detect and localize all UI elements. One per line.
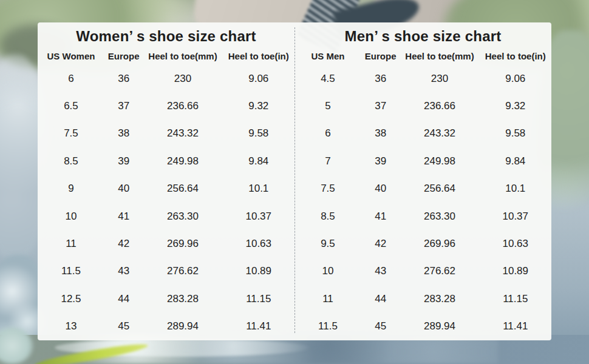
table-cell: 283.28 — [400, 285, 479, 312]
table-cell: 263.30 — [143, 203, 222, 230]
column-header: US Women — [38, 47, 104, 65]
womens-chart-title: Women’ s shoe size chart — [38, 26, 294, 47]
table-cell: 13 — [38, 313, 104, 340]
table-row: 940256.6410.1 — [38, 175, 294, 203]
table-cell: 39 — [104, 147, 143, 175]
table-cell: 7.5 — [38, 120, 104, 147]
table-cell: 9.06 — [223, 65, 294, 92]
table-cell: 10 — [294, 258, 361, 285]
mens-chart-section: Men’ s shoe size chart US MenEuropeHeel … — [294, 22, 551, 340]
table-cell: 9.84 — [480, 147, 551, 175]
shoe-size-chart-image: Women’ s shoe size chart US WomenEuropeH… — [0, 0, 589, 364]
table-cell: 263.30 — [400, 203, 479, 230]
womens-header-row: US WomenEuropeHeel to toe(mm)Heel to toe… — [38, 47, 294, 65]
table-cell: 236.66 — [143, 92, 222, 120]
table-cell: 10.63 — [480, 230, 551, 257]
table-cell: 10.37 — [223, 203, 294, 230]
table-cell: 9.06 — [480, 65, 551, 92]
table-cell: 249.98 — [143, 147, 222, 175]
table-cell: 11.15 — [223, 285, 294, 312]
table-cell: 40 — [104, 175, 143, 203]
dashed-table-divider — [294, 27, 295, 333]
table-cell: 41 — [361, 203, 400, 230]
column-header: Europe — [104, 47, 143, 65]
table-cell: 10 — [38, 203, 104, 230]
column-header: Heel to toe(mm) — [143, 47, 222, 65]
table-cell: 10.37 — [480, 203, 551, 230]
table-cell: 4.5 — [294, 65, 361, 92]
table-cell: 11.5 — [38, 258, 104, 285]
table-cell: 45 — [104, 313, 143, 340]
table-cell: 7 — [294, 147, 361, 175]
table-cell: 10.89 — [480, 258, 551, 285]
water-foam — [55, 339, 310, 357]
table-cell: 11 — [294, 285, 361, 312]
table-cell: 37 — [361, 92, 400, 120]
mens-table-body: 4.5362309.06537236.669.32638243.329.5873… — [294, 65, 551, 340]
table-cell: 42 — [361, 230, 400, 257]
table-cell: 269.96 — [400, 230, 479, 257]
table-cell: 8.5 — [38, 147, 104, 175]
table-cell: 289.94 — [143, 313, 222, 340]
table-cell: 10.1 — [480, 175, 551, 203]
table-row: 11.545289.9411.41 — [294, 313, 551, 340]
column-header: US Men — [294, 47, 361, 65]
table-cell: 243.32 — [143, 120, 222, 147]
table-cell: 9.58 — [480, 120, 551, 147]
table-row: 739249.989.84 — [294, 147, 551, 175]
column-header: Heel to toe(mm) — [400, 47, 479, 65]
table-cell: 10.1 — [223, 175, 294, 203]
table-row: 8.539249.989.84 — [38, 147, 294, 175]
table-cell: 11.41 — [480, 313, 551, 340]
table-row: 8.541263.3010.37 — [294, 203, 551, 230]
table-row: 1041263.3010.37 — [38, 203, 294, 230]
table-cell: 243.32 — [400, 120, 479, 147]
column-header: Heel to toe(in) — [223, 47, 294, 65]
table-cell: 6.5 — [38, 92, 104, 120]
table-cell: 9.58 — [223, 120, 294, 147]
table-cell: 249.98 — [400, 147, 479, 175]
table-cell: 44 — [104, 285, 143, 312]
table-cell: 256.64 — [143, 175, 222, 203]
table-cell: 43 — [104, 258, 143, 285]
table-row: 6362309.06 — [38, 65, 294, 92]
table-cell: 9 — [38, 175, 104, 203]
table-cell: 283.28 — [143, 285, 222, 312]
table-cell: 11 — [38, 230, 104, 257]
table-row: 1142269.9610.63 — [38, 230, 294, 257]
mens-header-row: US MenEuropeHeel to toe(mm)Heel to toe(i… — [294, 47, 551, 65]
table-cell: 256.64 — [400, 175, 479, 203]
table-row: 1144283.2811.15 — [294, 285, 551, 312]
womens-chart-section: Women’ s shoe size chart US WomenEuropeH… — [38, 22, 294, 340]
table-cell: 230 — [400, 65, 479, 92]
table-cell: 9.84 — [223, 147, 294, 175]
size-chart-panel: Women’ s shoe size chart US WomenEuropeH… — [38, 22, 551, 340]
table-cell: 6 — [38, 65, 104, 92]
table-cell: 40 — [361, 175, 400, 203]
table-cell: 11.15 — [480, 285, 551, 312]
table-cell: 37 — [104, 92, 143, 120]
table-cell: 43 — [361, 258, 400, 285]
table-cell: 38 — [104, 120, 143, 147]
table-cell: 6 — [294, 120, 361, 147]
table-cell: 236.66 — [400, 92, 479, 120]
table-cell: 11.5 — [294, 313, 361, 340]
aqua-leaf — [0, 328, 33, 364]
table-cell: 276.62 — [400, 258, 479, 285]
table-cell: 9.5 — [294, 230, 361, 257]
table-cell: 45 — [361, 313, 400, 340]
table-row: 537236.669.32 — [294, 92, 551, 120]
table-row: 7.540256.6410.1 — [294, 175, 551, 203]
table-cell: 10.63 — [223, 230, 294, 257]
table-row: 7.538243.329.58 — [38, 120, 294, 147]
table-cell: 230 — [143, 65, 222, 92]
table-cell: 7.5 — [294, 175, 361, 203]
table-cell: 41 — [104, 203, 143, 230]
column-header: Heel to toe(in) — [480, 47, 551, 65]
table-cell: 42 — [104, 230, 143, 257]
table-cell: 9.32 — [480, 92, 551, 120]
table-cell: 44 — [361, 285, 400, 312]
table-row: 9.542269.9610.63 — [294, 230, 551, 257]
table-cell: 12.5 — [38, 285, 104, 312]
table-row: 11.543276.6210.89 — [38, 258, 294, 285]
